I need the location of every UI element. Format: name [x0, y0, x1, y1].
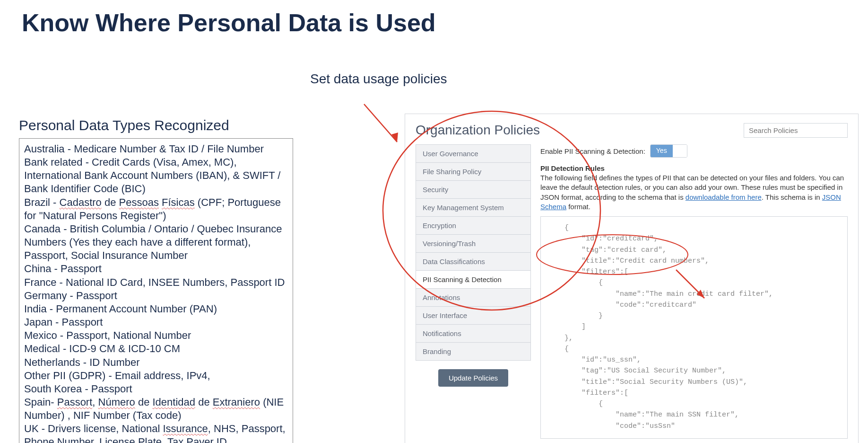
callout-policies: Set data usage policies	[310, 71, 447, 87]
svg-line-1	[364, 104, 397, 142]
data-type-item: India - Permanent Account Number (PAN)	[24, 302, 288, 316]
data-type-item: UK - Drivers license, National Issurance…	[24, 422, 288, 443]
sidebar-item-pii-scanning-detection[interactable]: PII Scanning & Detection	[416, 270, 531, 288]
enable-row: Enable PII Scanning & Detection: Yes	[540, 144, 848, 158]
data-type-item: Canada - British Columbia / Ontario / Qu…	[24, 222, 288, 262]
sidebar-item-user-interface[interactable]: User Interface	[416, 306, 531, 324]
main-content: Enable PII Scanning & Detection: Yes PII…	[540, 144, 848, 439]
svg-marker-2	[391, 133, 398, 142]
json-rules-textarea[interactable]: { "id":"creditcard", "tag":"credit card"…	[540, 216, 848, 439]
panel-header: Organization Policies	[416, 123, 848, 138]
sidebar-item-user-governance[interactable]: User Governance	[416, 144, 531, 162]
data-type-item: Japan - Passport	[24, 316, 288, 329]
rules-desc-post: format.	[566, 203, 590, 211]
data-type-item: Medical - ICD-9 CM & ICD-10 CM	[24, 342, 288, 355]
data-type-item: Mexico - Passport, National Number	[24, 329, 288, 342]
sidebar-item-data-classifications[interactable]: Data Classifications	[416, 252, 531, 270]
sidebar-item-versioning-trash[interactable]: Versioning/Trash	[416, 234, 531, 252]
data-types-list: Australia - Medicare Number & Tax ID / F…	[19, 138, 293, 443]
toggle-yes: Yes	[651, 145, 673, 157]
schema-download-link[interactable]: downloadable from here	[686, 193, 762, 201]
sidebar-item-security[interactable]: Security	[416, 180, 531, 198]
rules-description: The following field defines the types of…	[540, 173, 848, 212]
data-type-item: South Korea - Passport	[24, 382, 288, 396]
data-type-item: Other PII (GDPR) - Email address, IPv4,	[24, 369, 288, 382]
sidebar-item-annotations[interactable]: Annotations	[416, 288, 531, 306]
data-type-item: France - National ID Card, INSEE Numbers…	[24, 276, 288, 289]
data-type-item: Germany - Passport	[24, 289, 288, 302]
left-heading: Personal Data Types Recognized	[19, 117, 293, 133]
left-column: Personal Data Types Recognized Australia…	[19, 117, 293, 443]
page-title: Know Where Personal Data is Used	[22, 9, 436, 37]
data-type-item: Spain- Passort, Número de Identidad de E…	[24, 396, 288, 422]
panel-title: Organization Policies	[416, 123, 540, 138]
rules-desc-mid: . This schema is in	[762, 193, 822, 201]
toggle-blank	[673, 145, 687, 157]
data-type-item: Brazil - Cadastro de Pessoas Físicas (CP…	[24, 196, 288, 222]
enable-toggle[interactable]: Yes	[650, 144, 687, 158]
sidebar-item-notifications[interactable]: Notifications	[416, 324, 531, 342]
sidebar-item-file-sharing-policy[interactable]: File Sharing Policy	[416, 162, 531, 180]
rules-heading: PII Detection Rules	[540, 164, 848, 172]
sidebar-wrapper: User GovernanceFile Sharing PolicySecuri…	[416, 144, 531, 439]
data-type-item: Netherlands - ID Number	[24, 356, 288, 369]
organization-policies-panel: Organization Policies User GovernanceFil…	[405, 114, 859, 443]
enable-label: Enable PII Scanning & Detection:	[540, 147, 645, 155]
data-type-item: Bank related - Credit Cards (Visa, Amex,…	[24, 156, 288, 195]
data-type-item: Australia - Medicare Number & Tax ID / F…	[24, 142, 288, 156]
update-policies-button[interactable]: Update Policies	[438, 369, 508, 387]
panel-body: User GovernanceFile Sharing PolicySecuri…	[416, 144, 848, 439]
sidebar-item-key-management-system[interactable]: Key Management System	[416, 198, 531, 216]
sidebar: User GovernanceFile Sharing PolicySecuri…	[416, 144, 531, 361]
data-type-item: China - Passport	[24, 262, 288, 275]
search-input[interactable]	[744, 123, 848, 138]
sidebar-item-encryption[interactable]: Encryption	[416, 216, 531, 234]
sidebar-item-branding[interactable]: Branding	[416, 342, 531, 361]
